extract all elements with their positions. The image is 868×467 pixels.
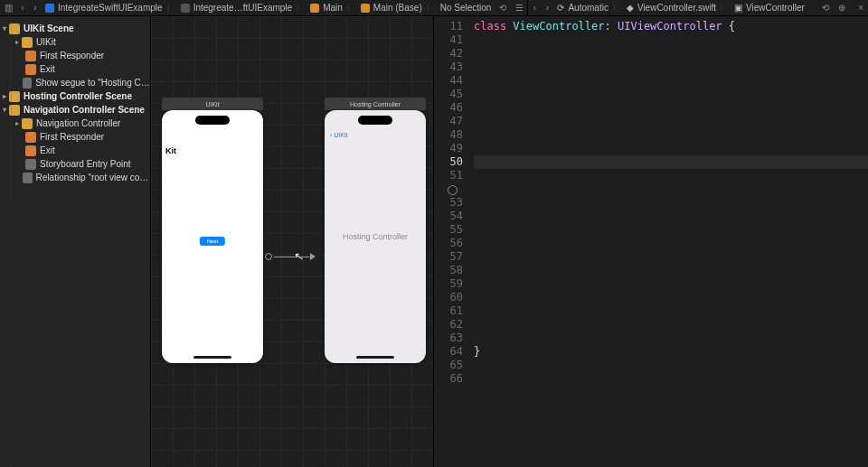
code-line[interactable]: [474, 277, 868, 291]
line-number[interactable]: 49: [434, 142, 463, 155]
phone-preview[interactable]: ‹ UIKit Hosting Controller: [325, 110, 426, 363]
line-number[interactable]: 63: [434, 332, 463, 345]
code-line[interactable]: [474, 47, 868, 61]
assistant-split-icon[interactable]: ☰: [511, 1, 527, 15]
line-number[interactable]: 65: [434, 359, 463, 372]
storyboard-canvas[interactable]: UIKit Kit Next ↖ Hosting Controller ‹ UI…: [151, 16, 434, 467]
line-number[interactable]: 64: [434, 345, 463, 359]
code-line[interactable]: }: [474, 345, 868, 359]
line-number[interactable]: 47: [434, 115, 463, 128]
code-line[interactable]: [474, 196, 868, 210]
refresh-icon[interactable]: ⟲: [495, 1, 511, 15]
crumb-symbol[interactable]: ▣ ViewController: [731, 0, 808, 15]
code-line[interactable]: [474, 101, 868, 115]
code-line[interactable]: [474, 155, 868, 169]
line-number[interactable]: 61: [434, 304, 463, 318]
code-line[interactable]: [474, 128, 868, 142]
crumb-storyboard[interactable]: Main 〉: [307, 0, 357, 15]
code-line[interactable]: [474, 332, 868, 345]
outline-item-nav-controller[interactable]: ▸ Navigation Controller: [0, 117, 150, 130]
code-line[interactable]: [474, 169, 868, 182]
scene-hosting[interactable]: Hosting Controller ‹ UIKit Hosting Contr…: [325, 98, 426, 363]
code-line[interactable]: [474, 359, 868, 372]
disclosure-icon[interactable]: ▾: [0, 106, 9, 114]
add-editor-icon[interactable]: ⊕: [834, 1, 850, 15]
line-number[interactable]: 57: [434, 250, 463, 264]
code-line[interactable]: [474, 142, 868, 155]
line-number[interactable]: 44: [434, 74, 463, 88]
line-number[interactable]: 48: [434, 128, 463, 142]
code-line[interactable]: [474, 304, 868, 318]
disclosure-icon[interactable]: ▸: [13, 119, 22, 127]
crumb-base[interactable]: Main (Base) 〉: [357, 0, 437, 15]
line-number[interactable]: 54: [434, 210, 463, 223]
back-icon[interactable]: ‹: [528, 1, 541, 15]
code-line[interactable]: [474, 115, 868, 128]
code-line[interactable]: [474, 223, 868, 237]
code-area[interactable]: class ViewController: UIViewController {…: [470, 16, 868, 467]
scene-header-nav[interactable]: ▾ Navigation Controller Scene: [0, 103, 150, 117]
forward-icon[interactable]: ›: [29, 1, 42, 15]
close-icon[interactable]: ×: [854, 3, 868, 13]
code-line[interactable]: [474, 372, 868, 386]
code-line[interactable]: [474, 74, 868, 88]
code-line[interactable]: [474, 88, 868, 101]
line-number[interactable]: 45: [434, 88, 463, 101]
disclosure-icon[interactable]: ▸: [13, 38, 22, 46]
outline-item-exit[interactable]: Exit: [0, 144, 150, 157]
forward-icon[interactable]: ›: [541, 1, 553, 15]
code-line[interactable]: [474, 182, 868, 196]
related-items-icon[interactable]: ▥: [0, 1, 16, 15]
code-line[interactable]: class ViewController: UIViewController {: [474, 20, 868, 33]
code-line[interactable]: [474, 250, 868, 264]
outline-item-uikit-vc[interactable]: ▸ UIKit: [0, 35, 150, 49]
refresh-icon[interactable]: ⟲: [817, 1, 834, 15]
outline-item-exit[interactable]: Exit: [0, 62, 150, 76]
next-button[interactable]: Next: [200, 237, 225, 246]
outline-item-relationship[interactable]: Relationship "root view contro…: [0, 171, 150, 184]
crumb-file[interactable]: ◆ ViewController.swift 〉: [623, 0, 731, 15]
line-number[interactable]: 11: [434, 20, 463, 33]
segue-arrow[interactable]: [265, 251, 316, 262]
line-gutter[interactable]: 1141424344454647484950515354555657585960…: [434, 16, 470, 467]
source-editor[interactable]: 1141424344454647484950515354555657585960…: [434, 16, 868, 467]
disclosure-icon[interactable]: ▾: [0, 24, 9, 33]
crumb-project[interactable]: IntegreateSwiftUIExample 〉: [42, 0, 177, 15]
line-number[interactable]: 62: [434, 318, 463, 332]
scene-uikit[interactable]: UIKit Kit Next: [162, 98, 263, 363]
outline-item-segue[interactable]: Show segue to "Hosting Contr…: [0, 76, 150, 89]
code-line[interactable]: [474, 318, 868, 332]
outline-item-entry-point[interactable]: Storyboard Entry Point: [0, 157, 150, 171]
line-number[interactable]: 42: [434, 47, 463, 61]
line-number[interactable]: 41: [434, 33, 463, 47]
assistant-mode[interactable]: ⟳ Automatic 〉: [553, 0, 622, 15]
line-number[interactable]: 53: [434, 196, 463, 210]
code-line[interactable]: [474, 291, 868, 304]
line-number[interactable]: 43: [434, 61, 463, 74]
line-number[interactable]: 58: [434, 264, 463, 277]
phone-preview[interactable]: Kit Next: [162, 110, 263, 363]
line-number[interactable]: 46: [434, 101, 463, 115]
outline-item-first-responder[interactable]: First Responder: [0, 49, 150, 62]
line-number[interactable]: 55: [434, 223, 463, 237]
line-number[interactable]: 66: [434, 372, 463, 386]
code-line[interactable]: [474, 237, 868, 250]
back-icon[interactable]: ‹: [16, 1, 29, 15]
crumb-group[interactable]: Integreate…ftUIExample 〉: [177, 0, 307, 15]
back-link[interactable]: ‹ UIKit: [330, 132, 347, 138]
line-number[interactable]: 50: [434, 155, 463, 169]
scene-header-uikit[interactable]: ▾ UIKit Scene: [0, 22, 150, 35]
code-line[interactable]: [474, 61, 868, 74]
scene-header-hosting[interactable]: ▸ Hosting Controller Scene: [0, 89, 150, 103]
disclosure-icon[interactable]: ▸: [0, 92, 9, 100]
line-number[interactable]: 60: [434, 291, 463, 304]
crumb-selection[interactable]: No Selection: [437, 0, 495, 15]
line-number[interactable]: 51: [434, 169, 463, 182]
outline-item-first-responder[interactable]: First Responder: [0, 130, 150, 144]
line-number[interactable]: 59: [434, 277, 463, 291]
code-line[interactable]: [474, 210, 868, 223]
code-line[interactable]: [474, 33, 868, 47]
line-number[interactable]: [434, 182, 463, 196]
line-number[interactable]: 56: [434, 237, 463, 250]
code-line[interactable]: [474, 264, 868, 277]
